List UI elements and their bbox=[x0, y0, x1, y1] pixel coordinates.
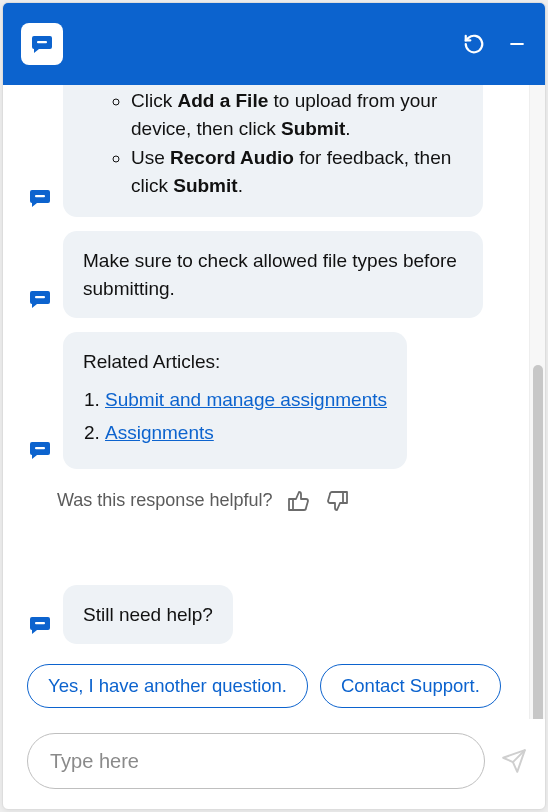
list-item: Submit and manage assignments bbox=[105, 386, 387, 414]
message-bubble: Still need help? bbox=[63, 585, 233, 645]
message-bubble: Related Articles: Submit and manage assi… bbox=[63, 332, 407, 469]
list-item: Use Record Audio for feedback, then clic… bbox=[131, 144, 463, 199]
message-row: Related Articles: Submit and manage assi… bbox=[27, 332, 511, 469]
refresh-button[interactable] bbox=[463, 33, 485, 55]
message-row: Make sure to check allowed file types be… bbox=[27, 231, 511, 318]
message-row: Click Add a File to upload from your dev… bbox=[27, 99, 511, 217]
list-item: Assignments bbox=[105, 419, 387, 447]
text-bold: Add a File bbox=[177, 90, 268, 111]
bot-avatar bbox=[27, 286, 53, 312]
text-bold: Submit bbox=[281, 118, 345, 139]
chat-bubble-icon bbox=[30, 32, 54, 56]
feedback-row: Was this response helpful? bbox=[57, 487, 511, 515]
svg-rect-0 bbox=[37, 41, 47, 43]
quick-replies: Yes, I have another question. Contact Su… bbox=[27, 664, 511, 719]
message-text: Make sure to check allowed file types be… bbox=[83, 250, 457, 299]
thumbs-down-button[interactable] bbox=[324, 487, 352, 515]
chat-bubble-icon bbox=[28, 186, 52, 210]
chat-body: Click Add a File to upload from your dev… bbox=[3, 85, 545, 719]
text: . bbox=[238, 175, 243, 196]
minimize-button[interactable] bbox=[507, 34, 527, 54]
related-link-1[interactable]: Submit and manage assignments bbox=[105, 389, 387, 410]
svg-rect-5 bbox=[35, 622, 45, 624]
related-articles-title: Related Articles: bbox=[83, 351, 220, 372]
chat-window: Click Add a File to upload from your dev… bbox=[2, 2, 546, 810]
spacer bbox=[27, 525, 511, 571]
bot-avatar bbox=[27, 185, 53, 211]
message-bubble: Click Add a File to upload from your dev… bbox=[63, 85, 483, 217]
bot-avatar bbox=[27, 437, 53, 463]
message-bubble: Make sure to check allowed file types be… bbox=[63, 231, 483, 318]
text: Use bbox=[131, 147, 170, 168]
instruction-list: Click Add a File to upload from your dev… bbox=[131, 87, 463, 199]
minimize-icon bbox=[507, 34, 527, 54]
svg-rect-2 bbox=[35, 195, 45, 197]
thumbs-up-icon bbox=[286, 489, 310, 513]
send-button[interactable] bbox=[501, 748, 527, 774]
chat-bubble-icon bbox=[28, 613, 52, 637]
messages-scroll[interactable]: Click Add a File to upload from your dev… bbox=[3, 85, 529, 719]
text-bold: Record Audio bbox=[170, 147, 294, 168]
send-icon bbox=[501, 748, 527, 774]
svg-rect-3 bbox=[35, 296, 45, 298]
app-logo bbox=[21, 23, 63, 65]
chat-bubble-icon bbox=[28, 438, 52, 462]
chat-header bbox=[3, 3, 545, 85]
header-actions bbox=[463, 33, 527, 55]
related-link-2[interactable]: Assignments bbox=[105, 422, 214, 443]
thumbs-down-icon bbox=[326, 489, 350, 513]
message-row: Still need help? bbox=[27, 585, 511, 645]
message-text: Still need help? bbox=[83, 604, 213, 625]
text: Click bbox=[131, 90, 177, 111]
quick-reply-another-question[interactable]: Yes, I have another question. bbox=[27, 664, 308, 708]
scrollbar-thumb[interactable] bbox=[533, 365, 543, 719]
input-area bbox=[3, 719, 545, 809]
scrollbar[interactable] bbox=[529, 85, 545, 719]
svg-rect-4 bbox=[35, 447, 45, 449]
message-input[interactable] bbox=[50, 750, 462, 773]
text-bold: Submit bbox=[173, 175, 237, 196]
chat-bubble-icon bbox=[28, 287, 52, 311]
refresh-icon bbox=[463, 33, 485, 55]
feedback-prompt: Was this response helpful? bbox=[57, 490, 272, 511]
quick-reply-contact-support[interactable]: Contact Support. bbox=[320, 664, 501, 708]
text: . bbox=[345, 118, 350, 139]
list-item: Click Add a File to upload from your dev… bbox=[131, 87, 463, 142]
bot-avatar bbox=[27, 612, 53, 638]
thumbs-up-button[interactable] bbox=[284, 487, 312, 515]
related-articles-list: Submit and manage assignments Assignment… bbox=[83, 386, 387, 447]
message-input-container[interactable] bbox=[27, 733, 485, 789]
